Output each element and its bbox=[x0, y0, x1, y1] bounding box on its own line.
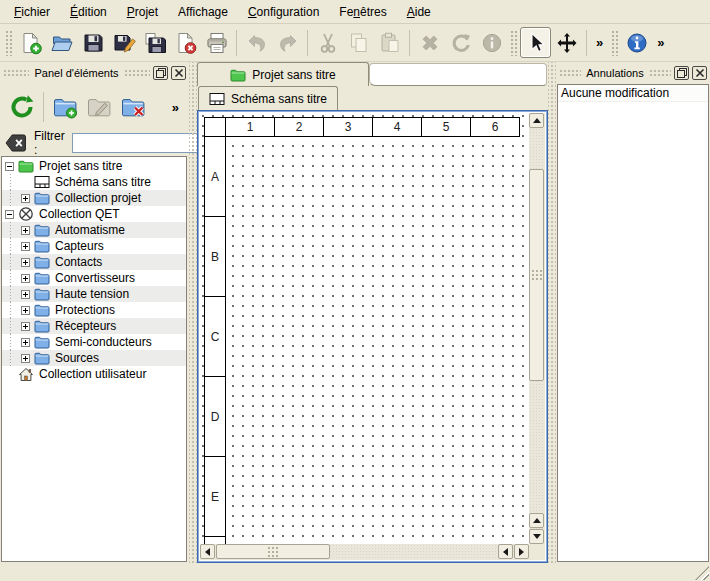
tree-item-projet-sans-titre[interactable]: Projet sans titre bbox=[2, 158, 186, 174]
open-button[interactable] bbox=[46, 27, 77, 58]
tab-projet-sans-titre[interactable]: Projet sans titre bbox=[197, 62, 369, 86]
clear-filter-button[interactable] bbox=[5, 134, 27, 152]
row-headers: A B C D E bbox=[204, 136, 226, 544]
tree-item-protections[interactable]: Protections bbox=[2, 302, 186, 318]
redo-button[interactable] bbox=[272, 27, 303, 58]
tree-item-collection-utilisateur[interactable]: Collection utilisateur bbox=[2, 366, 186, 382]
tree-item-contacts[interactable]: Contacts bbox=[2, 254, 186, 270]
expand-plus-icon[interactable] bbox=[21, 338, 30, 347]
expand-plus-icon[interactable] bbox=[21, 274, 30, 283]
column-header: 4 bbox=[372, 117, 422, 137]
arrow-up-icon bbox=[533, 118, 541, 123]
diagram-info-button[interactable] bbox=[476, 27, 507, 58]
diagram-view[interactable]: 1 2 3 4 5 6 A B C D E bbox=[197, 110, 548, 563]
tree-item-schema-sans-titre[interactable]: Schéma sans titre bbox=[2, 174, 186, 190]
menu-projet[interactable]: Projet bbox=[117, 1, 168, 23]
close-dock-button[interactable] bbox=[171, 66, 186, 80]
new-category-button[interactable] bbox=[48, 90, 82, 124]
scroll-left-button-2[interactable] bbox=[498, 544, 513, 559]
tree-item-automatisme[interactable]: Automatisme bbox=[2, 222, 186, 238]
save-all-button[interactable] bbox=[139, 27, 170, 58]
dock-title-texture[interactable] bbox=[559, 69, 581, 78]
arrow-right-icon bbox=[519, 548, 524, 556]
undo-button[interactable] bbox=[241, 27, 272, 58]
vertical-scroll-thumb[interactable] bbox=[529, 169, 544, 381]
expand-plus-icon[interactable] bbox=[21, 242, 30, 251]
refresh-icon bbox=[9, 94, 35, 120]
rotate-button[interactable] bbox=[445, 27, 476, 58]
copy-button[interactable] bbox=[343, 27, 374, 58]
expand-plus-icon[interactable] bbox=[21, 354, 30, 363]
dock-title-texture[interactable] bbox=[649, 69, 671, 78]
print-button[interactable] bbox=[201, 27, 232, 58]
tree-item-convertisseurs[interactable]: Convertisseurs bbox=[2, 270, 186, 286]
tab-schema-sans-titre[interactable]: Schéma sans titre bbox=[198, 86, 338, 110]
close-dock-button[interactable] bbox=[692, 66, 707, 80]
tree-guide bbox=[2, 174, 18, 190]
expand-plus-icon[interactable] bbox=[21, 290, 30, 299]
menu-aide[interactable]: Aide bbox=[397, 1, 441, 23]
panel-overflow-chevron[interactable]: » bbox=[167, 100, 184, 115]
tree-item-collection-qet[interactable]: Collection QET bbox=[2, 206, 186, 222]
resize-grip[interactable] bbox=[695, 566, 709, 580]
expand-plus-icon[interactable] bbox=[21, 306, 30, 315]
expand-plus-icon[interactable] bbox=[21, 322, 30, 331]
dock-title-texture[interactable] bbox=[3, 69, 29, 78]
horizontal-scrollbar[interactable] bbox=[200, 544, 529, 560]
tree-item-recepteurs[interactable]: Récepteurs bbox=[2, 318, 186, 334]
tree-item-sources[interactable]: Sources bbox=[2, 350, 186, 366]
select-mode-button[interactable] bbox=[520, 27, 551, 58]
toolbar-overflow-chevron[interactable]: » bbox=[591, 35, 608, 50]
move-cross-icon bbox=[555, 31, 579, 55]
project-tabbar: Projet sans titre bbox=[197, 62, 548, 86]
row-header: D bbox=[204, 376, 226, 457]
paste-button[interactable] bbox=[374, 27, 405, 58]
save-button[interactable] bbox=[77, 27, 108, 58]
edit-category-button[interactable] bbox=[82, 90, 116, 124]
menu-edition[interactable]: Édition bbox=[60, 1, 117, 23]
close-file-button[interactable] bbox=[170, 27, 201, 58]
menu-fichier[interactable]: Fichier bbox=[4, 1, 60, 23]
blue-folder-icon bbox=[34, 222, 51, 238]
reload-collections-button[interactable] bbox=[5, 90, 39, 124]
tree-item-capteurs[interactable]: Capteurs bbox=[2, 238, 186, 254]
menu-configuration[interactable]: Configuration bbox=[238, 1, 329, 23]
toolbar-handle[interactable] bbox=[510, 30, 517, 56]
splitter-right[interactable] bbox=[548, 62, 556, 563]
tree-item-collection-projet[interactable]: Collection projet bbox=[2, 190, 186, 206]
copy-icon bbox=[347, 31, 371, 55]
scroll-up-button-2[interactable] bbox=[529, 513, 544, 528]
dock-title-texture[interactable] bbox=[124, 69, 150, 78]
tree-item-semi-conducteurs[interactable]: Semi-conducteurs bbox=[2, 334, 186, 350]
undo-list-item[interactable]: Aucune modification bbox=[558, 85, 708, 102]
collapse-minus-icon[interactable] bbox=[5, 210, 14, 219]
diagram-canvas[interactable]: 1 2 3 4 5 6 A B C D E bbox=[200, 113, 529, 544]
tree-item-haute-tension[interactable]: Haute tension bbox=[2, 286, 186, 302]
save-as-button[interactable] bbox=[108, 27, 139, 58]
expand-plus-icon[interactable] bbox=[21, 258, 30, 267]
expand-plus-icon[interactable] bbox=[21, 194, 30, 203]
float-dock-button[interactable] bbox=[674, 66, 689, 80]
toolbar-handle[interactable] bbox=[5, 30, 12, 56]
float-dock-button[interactable] bbox=[153, 66, 168, 80]
toolbar-overflow-chevron[interactable]: » bbox=[652, 35, 669, 50]
splitter-left[interactable] bbox=[189, 62, 197, 563]
menu-affichage[interactable]: Affichage bbox=[168, 1, 238, 23]
menu-fenetres[interactable]: Fenêtres bbox=[329, 1, 396, 23]
about-info-button[interactable] bbox=[621, 27, 652, 58]
scroll-up-button[interactable] bbox=[529, 113, 544, 128]
cut-button[interactable] bbox=[312, 27, 343, 58]
delete-category-button[interactable] bbox=[116, 90, 150, 124]
scroll-right-button[interactable] bbox=[514, 544, 529, 559]
scroll-left-button[interactable] bbox=[200, 544, 215, 559]
element-panel-toolbar: » bbox=[0, 84, 189, 130]
new-project-button[interactable] bbox=[15, 27, 46, 58]
delete-button[interactable] bbox=[414, 27, 445, 58]
move-mode-button[interactable] bbox=[551, 27, 582, 58]
scroll-down-button[interactable] bbox=[529, 529, 544, 544]
horizontal-scroll-thumb[interactable] bbox=[216, 544, 330, 559]
vertical-scrollbar[interactable] bbox=[529, 113, 545, 544]
collapse-minus-icon[interactable] bbox=[5, 162, 14, 171]
toolbar-handle[interactable] bbox=[611, 30, 618, 56]
expand-plus-icon[interactable] bbox=[21, 226, 30, 235]
